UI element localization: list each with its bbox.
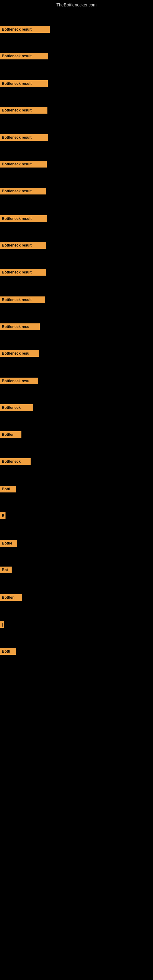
bottleneck-bar-9: Bottleneck result xyxy=(0,242,46,249)
bottleneck-bar-17: Bottleneck xyxy=(0,458,30,465)
bottleneck-bar-1: Bottleneck result xyxy=(0,26,50,33)
site-title: TheBottlenecker.com xyxy=(0,0,153,9)
bottleneck-bar-19: B xyxy=(0,512,5,519)
bottleneck-bar-11: Bottleneck result xyxy=(0,296,45,303)
bottleneck-bar-4: Bottleneck result xyxy=(0,107,48,114)
bottleneck-bar-2: Bottleneck result xyxy=(0,52,48,59)
bottleneck-bar-12: Bottleneck resu xyxy=(0,323,40,330)
bottleneck-bar-24: Bottl xyxy=(0,648,16,655)
bottleneck-bar-16: Bottler xyxy=(0,431,21,438)
bottleneck-bar-18: Bottl xyxy=(0,486,16,492)
bottleneck-bar-6: Bottleneck result xyxy=(0,161,47,167)
bottleneck-bar-23: | xyxy=(0,621,4,628)
bottleneck-bar-5: Bottleneck result xyxy=(0,134,48,141)
bottleneck-bar-14: Bottleneck resu xyxy=(0,378,38,384)
bottleneck-bar-20: Bottle xyxy=(0,540,17,547)
bottleneck-bar-7: Bottleneck result xyxy=(0,188,46,194)
bottleneck-bar-21: Bot xyxy=(0,566,12,573)
bottleneck-bar-10: Bottleneck result xyxy=(0,269,46,275)
bottleneck-bar-22: Bottlen xyxy=(0,594,22,601)
bottleneck-bar-8: Bottleneck result xyxy=(0,215,47,222)
bottleneck-bar-3: Bottleneck result xyxy=(0,80,48,87)
bottleneck-bar-13: Bottleneck resu xyxy=(0,350,39,357)
bottleneck-bar-15: Bottleneck xyxy=(0,404,33,411)
